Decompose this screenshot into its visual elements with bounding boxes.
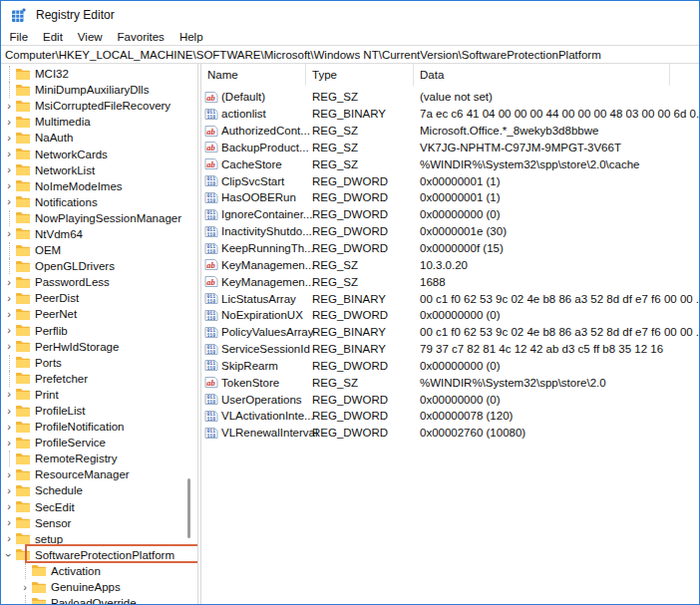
- chevron-right-icon[interactable]: ›: [3, 482, 15, 498]
- value-row-ignorecontainer[interactable]: 011110IgnoreContainer...REG_DWORD0x00000…: [201, 206, 699, 223]
- menu-edit[interactable]: Edit: [36, 31, 71, 43]
- value-row-noexpirationux[interactable]: 011110NoExpirationUXREG_DWORD0x00000000 …: [201, 307, 699, 324]
- chevron-right-icon[interactable]: ›: [3, 290, 15, 306]
- chevron-right-icon[interactable]: ›: [3, 531, 15, 547]
- address-input[interactable]: [1, 47, 699, 62]
- chevron-right-icon[interactable]: ›: [3, 146, 15, 161]
- registry-editor-window: Registry Editor FileEditViewFavoritesHel…: [0, 0, 700, 605]
- chevron-right-icon[interactable]: ›: [3, 98, 15, 114]
- value-row-keymanagemen[interactable]: abKeyManagemen...REG_SZ10.3.0.20: [201, 256, 699, 273]
- tree-item-label: ResourceManager: [35, 468, 130, 480]
- folder-icon: [15, 356, 31, 369]
- column-header-data[interactable]: Data: [414, 64, 670, 86]
- svg-text:ab: ab: [206, 378, 215, 388]
- tree-item-multimedia[interactable]: ›Multimedia: [1, 114, 197, 130]
- tree-vertical-scrollbar[interactable]: [187, 478, 190, 538]
- value-row-vlactivationinte[interactable]: 011110VLActivationInte...REG_DWORD0x0000…: [201, 408, 699, 425]
- tree-item-setup[interactable]: ›setup: [1, 531, 197, 547]
- value-row-keeprunningth[interactable]: 011110KeepRunningTh...REG_DWORD0x0000000…: [201, 240, 699, 257]
- chevron-right-icon[interactable]: ›: [3, 194, 15, 210]
- tree-item-opengldrivers[interactable]: OpenGLDrivers: [1, 258, 197, 274]
- value-name: IgnoreContainer...: [221, 208, 312, 220]
- tree-item-networklist[interactable]: ›NetworkList: [1, 162, 197, 178]
- tree-item-perflib[interactable]: ›Perflib: [1, 323, 197, 339]
- value-row-backupproduct[interactable]: abBackupProduct...REG_SZVK7JG-NPHTM-C97J…: [201, 140, 699, 156]
- tree-item-profilelist[interactable]: ›ProfileList: [1, 403, 197, 419]
- value-row-policyvaluesarray[interactable]: 011110PolicyValuesArrayREG_BINARY00 c1 f…: [201, 324, 699, 341]
- chevron-right-icon[interactable]: ›: [3, 306, 15, 322]
- tree-item-peernet[interactable]: ›PeerNet: [1, 306, 197, 322]
- tree-item-passwordless[interactable]: ›PasswordLess: [1, 274, 197, 290]
- tree-item-activation[interactable]: Activation: [1, 563, 197, 579]
- chevron-right-icon[interactable]: ›: [3, 403, 15, 419]
- chevron-right-icon[interactable]: ›: [3, 323, 15, 339]
- value-row-servicesessionid[interactable]: 011110ServiceSessionIdREG_BINARY79 37 c7…: [201, 341, 699, 358]
- chevron-right-icon[interactable]: ›: [3, 499, 15, 515]
- value-row-vlrenewalinterval[interactable]: 011110VLRenewalIntervalREG_DWORD0x000027…: [201, 425, 699, 442]
- value-row-useroperations[interactable]: 011110UserOperationsREG_DWORD0x00000000 …: [201, 391, 699, 408]
- tree-item-schedule[interactable]: ›Schedule: [1, 482, 197, 498]
- value-row-keymanagemen[interactable]: abKeyManagemen...REG_SZ1688: [201, 273, 699, 290]
- chevron-right-icon[interactable]: ›: [3, 466, 15, 482]
- value-row-cachestore[interactable]: abCacheStoreREG_SZ%WINDIR%\System32\spp\…: [201, 155, 699, 172]
- tree-item-genuineapps[interactable]: ›GenuineApps: [1, 579, 197, 595]
- menu-file[interactable]: File: [2, 31, 36, 43]
- tree-item-mci32[interactable]: MCI32: [1, 66, 197, 82]
- menu-view[interactable]: View: [70, 31, 110, 43]
- tree-item-perhwidstorage[interactable]: ›PerHwIdStorage: [1, 339, 197, 355]
- column-header-name[interactable]: Name: [201, 64, 306, 86]
- tree-item-naauth[interactable]: ›NaAuth: [1, 130, 197, 146]
- tree-item-ntvdm64[interactable]: ›NtVdm64: [1, 226, 197, 242]
- tree-item-remoteregistry[interactable]: RemoteRegistry: [1, 451, 197, 466]
- tree-item-label: MiniDumpAuxiliaryDlls: [35, 84, 149, 96]
- value-row-skiprearm[interactable]: 011110SkipRearmREG_DWORD0x00000000 (0): [201, 358, 699, 375]
- value-row-default[interactable]: ab(Default)REG_SZ(value not set): [201, 89, 699, 106]
- tree-item-label: OEM: [35, 244, 61, 256]
- tree-item-softwareprotectionplatform[interactable]: ›SoftwareProtectionPlatform: [1, 547, 197, 563]
- tree-item-label: NowPlayingSessionManager: [35, 212, 181, 224]
- chevron-down-icon[interactable]: ›: [1, 549, 17, 561]
- tree-item-msicorruptedfilerecovery[interactable]: ›MsiCorruptedFileRecovery: [1, 98, 197, 114]
- tree-item-oem[interactable]: OEM: [1, 242, 197, 258]
- tree-item-resourcemanager[interactable]: ›ResourceManager: [1, 466, 197, 482]
- value-row-hasooberun[interactable]: 011110HasOOBERunREG_DWORD0x00000001 (1): [201, 189, 699, 206]
- column-header-type[interactable]: Type: [306, 64, 414, 86]
- tree-item-noimemodeimes[interactable]: ›NoImeModeImes: [1, 178, 197, 194]
- chevron-right-icon[interactable]: ›: [3, 515, 15, 531]
- tree-item-peerdist[interactable]: ›PeerDist: [1, 290, 197, 306]
- reg-binary-icon: 011110: [204, 427, 218, 440]
- tree-item-notifications[interactable]: ›Notifications: [1, 194, 197, 210]
- chevron-right-icon[interactable]: ›: [3, 419, 15, 435]
- tree-item-profileservice[interactable]: ›ProfileService: [1, 435, 197, 451]
- tree-item-profilenotification[interactable]: ›ProfileNotification: [1, 419, 197, 435]
- menu-help[interactable]: Help: [172, 31, 210, 43]
- tree-item-sensor[interactable]: ›Sensor: [1, 515, 197, 531]
- menu-favorites[interactable]: Favorites: [110, 31, 172, 43]
- chevron-right-icon[interactable]: ›: [3, 130, 15, 146]
- tree-item-minidumpauxiliarydlls[interactable]: MiniDumpAuxiliaryDlls: [1, 82, 197, 98]
- chevron-right-icon[interactable]: ›: [3, 339, 15, 355]
- tree-item-nowplayingsessionmanager[interactable]: NowPlayingSessionManager: [1, 210, 197, 226]
- value-row-licstatusarray[interactable]: 011110LicStatusArrayREG_BINARY00 c1 f0 6…: [201, 290, 699, 307]
- tree-item-networkcards[interactable]: ›NetworkCards: [1, 146, 197, 161]
- chevron-right-icon[interactable]: ›: [3, 178, 15, 194]
- tree-item-payloadoverride[interactable]: PayloadOverride: [1, 595, 197, 604]
- chevron-right-icon[interactable]: ›: [3, 114, 15, 130]
- tree-item-print[interactable]: ›Print: [1, 387, 197, 403]
- chevron-right-icon[interactable]: ›: [3, 162, 15, 178]
- chevron-right-icon[interactable]: ›: [19, 579, 31, 595]
- chevron-right-icon[interactable]: ›: [3, 274, 15, 290]
- tree-item-secedit[interactable]: ›SecEdit: [1, 499, 197, 515]
- value-row-inactivityshutdo[interactable]: 011110InactivityShutdo...REG_DWORD0x0000…: [201, 223, 699, 240]
- value-row-tokenstore[interactable]: abTokenStoreREG_SZ%WINDIR%\System32\spp\…: [201, 374, 699, 391]
- folder-icon: [15, 437, 31, 450]
- value-row-actionlist[interactable]: 011110actionlistREG_BINARY7a ec c6 41 04…: [201, 106, 699, 123]
- tree-item-ports[interactable]: Ports: [1, 355, 197, 371]
- tree-item-prefetcher[interactable]: Prefetcher: [1, 371, 197, 387]
- chevron-right-icon[interactable]: ›: [3, 435, 15, 451]
- chevron-right-icon[interactable]: ›: [3, 226, 15, 242]
- value-row-clipsvcstart[interactable]: 011110ClipSvcStartREG_DWORD0x00000001 (1…: [201, 172, 699, 189]
- value-row-authorizedcont[interactable]: abAuthorizedCont...REG_SZMicrosoft.Offic…: [201, 123, 699, 140]
- svg-text:110: 110: [206, 400, 215, 405]
- chevron-right-icon[interactable]: ›: [3, 387, 15, 403]
